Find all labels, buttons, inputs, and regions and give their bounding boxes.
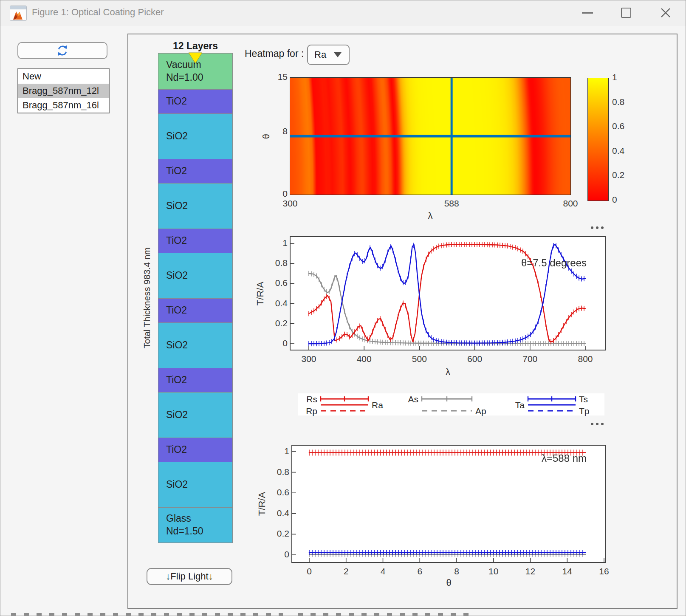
- bottom-ytick-0.2: 0.2: [255, 528, 289, 539]
- legend-label-Ts: Ts: [579, 394, 588, 404]
- mid-xtick-700: 700: [513, 354, 547, 364]
- heatmap-xtick-800: 800: [553, 198, 587, 209]
- maximize-icon: [621, 8, 631, 18]
- refresh-button[interactable]: [17, 42, 107, 59]
- axes-toolbar-bottom[interactable]: [589, 421, 605, 427]
- bottom-ytick-0.8: 0.8: [255, 467, 289, 477]
- legend-label-As: As: [402, 394, 418, 404]
- axes-toolbar-mid[interactable]: [589, 225, 605, 231]
- maximize-button[interactable]: [613, 0, 639, 25]
- spectrum-plot: [290, 236, 606, 350]
- heatmap-ytick-15: 15: [254, 72, 288, 82]
- legend-line-dashed: [421, 408, 473, 414]
- layer-tio2[interactable]: TiO2: [158, 438, 233, 462]
- colorbar: [587, 78, 609, 201]
- minimize-icon: [582, 12, 593, 14]
- spectrum-canvas: [291, 237, 605, 350]
- bottom-xtick-8: 8: [440, 566, 474, 576]
- mid-xtick-300: 300: [292, 354, 326, 364]
- bottom-ytick-0: 0: [255, 549, 289, 559]
- legend-line-errorbar: [421, 396, 473, 402]
- bottom-ytick-1: 1: [255, 446, 289, 456]
- refresh-icon: [55, 44, 70, 57]
- heatmap-xlabel: λ: [405, 210, 456, 221]
- mid-ylabel: T/R/A: [255, 268, 266, 319]
- heatmap-ytick-0: 0: [254, 189, 288, 199]
- mid-ytick-0: 0: [254, 338, 288, 348]
- legend-line-dashed: [320, 408, 369, 414]
- layer-sio2[interactable]: SiO2: [158, 253, 233, 299]
- layer-glass[interactable]: GlassNd=1.50: [158, 507, 233, 543]
- legend-label-Rp: Rp: [300, 406, 317, 416]
- layer-sio2[interactable]: SiO2: [158, 183, 233, 229]
- mid-xtick-400: 400: [347, 354, 381, 364]
- legend-line-dashed: [527, 408, 576, 414]
- mid-ytick-0.2: 0.2: [254, 318, 288, 328]
- list-item-New[interactable]: New: [18, 69, 109, 84]
- layer-stack: VacuumNd=1.00TiO2SiO2TiO2SiO2TiO2SiO2TiO…: [158, 54, 233, 543]
- preset-listbox[interactable]: NewBragg_587nm_12lBragg_587nm_16l: [17, 68, 110, 113]
- flip-light-button[interactable]: ↓Flip Light↓: [147, 568, 232, 585]
- layer-sio2[interactable]: SiO2: [158, 392, 233, 438]
- legend-label-Ap: Ap: [475, 406, 486, 416]
- heatmap-plot[interactable]: [290, 77, 571, 195]
- mid-xlabel: λ: [423, 367, 474, 378]
- legend-label-Tp: Tp: [579, 406, 590, 416]
- layer-tio2[interactable]: TiO2: [158, 159, 233, 184]
- matlab-membrane-glyph: [10, 9, 26, 20]
- legend: RsRaRpAsApTsTaTp: [298, 393, 604, 415]
- layer-tio2[interactable]: TiO2: [158, 298, 233, 323]
- minimize-button[interactable]: [574, 0, 601, 25]
- matlab-icon-titlebar: [10, 6, 26, 9]
- layer-tio2[interactable]: TiO2: [158, 229, 233, 253]
- close-icon: [660, 7, 671, 18]
- colorbar-tick-0.4: 0.4: [612, 146, 642, 156]
- chevron-down-icon: [334, 52, 342, 57]
- layer-tio2[interactable]: TiO2: [158, 89, 233, 114]
- close-button[interactable]: [652, 0, 679, 25]
- heatmap-for-label: Heatmap for :: [245, 48, 304, 59]
- dropdown-value: Ra: [314, 49, 326, 60]
- bottom-xtick-4: 4: [366, 566, 400, 576]
- colorbar-tick-0.6: 0.6: [612, 121, 642, 131]
- heatmap-xtick-588: 588: [435, 198, 469, 209]
- mid-xtick-500: 500: [402, 354, 436, 364]
- layer-sio2[interactable]: SiO2: [158, 322, 233, 368]
- colorbar-tick-0.8: 0.8: [612, 97, 642, 107]
- window-title: Figure 1: Optical Coating Picker: [32, 7, 164, 18]
- figure-window: { "window": { "title": "Figure 1: Optica…: [0, 0, 686, 616]
- bottom-xtick-2: 2: [329, 566, 363, 576]
- list-item-Bragg_587nm_16l[interactable]: Bragg_587nm_16l: [18, 98, 109, 113]
- light-direction-marker[interactable]: [188, 52, 203, 64]
- bottom-xtick-14: 14: [550, 566, 584, 576]
- bottom-xtick-16: 16: [587, 566, 621, 576]
- lambda-annotation: λ=588 nm: [455, 452, 587, 464]
- theta-annotation: θ=7.5 degrees: [455, 257, 587, 269]
- legend-label-Ra: Ra: [372, 400, 383, 410]
- heatmap-metric-dropdown[interactable]: Ra: [307, 45, 350, 65]
- bottom-xtick-12: 12: [514, 566, 548, 576]
- legend-label-Rs: Rs: [300, 394, 317, 404]
- mid-ytick-0.8: 0.8: [254, 258, 288, 268]
- layer-sio2[interactable]: SiO2: [158, 462, 233, 508]
- layer-tio2[interactable]: TiO2: [158, 368, 233, 393]
- bottom-xtick-6: 6: [403, 566, 437, 576]
- layer-sio2[interactable]: SiO2: [158, 113, 233, 159]
- background-window-sliver: [298, 613, 472, 616]
- heatmap-xtick-300: 300: [273, 198, 307, 209]
- colorbar-tick-0.2: 0.2: [612, 170, 642, 180]
- legend-line-solid: [320, 402, 369, 408]
- title-bar: Figure 1: Optical Coating Picker: [0, 0, 686, 26]
- heatmap-ylabel: θ: [261, 111, 272, 162]
- stack-header: 12 Layers: [158, 40, 233, 52]
- legend-label-Ta: Ta: [508, 400, 525, 410]
- mid-xtick-800: 800: [568, 354, 602, 364]
- background-window-sliver: [11, 613, 283, 616]
- heatmap-canvas[interactable]: [290, 78, 570, 195]
- matlab-icon: [10, 6, 27, 21]
- list-item-Bragg_587nm_12l[interactable]: Bragg_587nm_12l: [18, 84, 109, 98]
- bottom-xtick-0: 0: [292, 566, 326, 576]
- legend-line-errorbar: [527, 396, 576, 402]
- colorbar-tick-0: 0: [612, 195, 642, 205]
- mid-xtick-600: 600: [458, 354, 492, 364]
